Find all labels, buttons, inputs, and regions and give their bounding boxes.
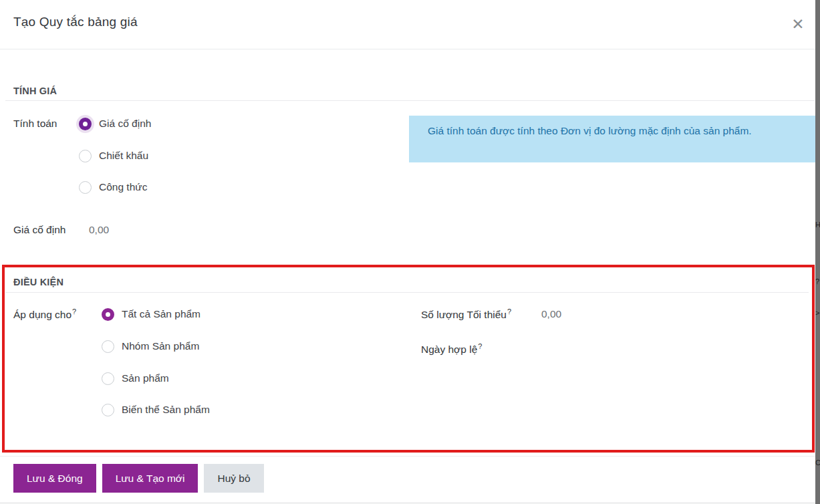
radio-option-fixed-price[interactable]: Giá cố định <box>79 116 151 131</box>
radio-option-label: Biến thể Sản phẩm <box>122 404 210 416</box>
footer-divider <box>0 456 815 457</box>
help-marker-icon: ? <box>507 307 511 316</box>
radio-option-label: Sản phẩm <box>122 372 169 384</box>
edge-text-fragment: ? <box>815 277 820 285</box>
radio-option-label: Nhóm Sản phẩm <box>122 340 199 352</box>
section-title-pricing: TÍNH GIÁ <box>13 86 57 96</box>
radio-unselected-icon[interactable] <box>102 404 114 416</box>
validity-label: Ngày hợp lệ? <box>421 342 482 356</box>
radio-option-discount[interactable]: Chiết khấu <box>79 148 148 163</box>
info-banner: Giá tính toán được tính theo Đơn vị đo l… <box>409 116 815 162</box>
fixed-price-value[interactable]: 0,00 <box>89 224 109 236</box>
radio-unselected-icon[interactable] <box>102 372 114 385</box>
compute-label: Tính toán <box>13 118 57 130</box>
radio-unselected-icon[interactable] <box>79 181 92 194</box>
radio-option-all-products[interactable]: Tất cả Sản phẩm <box>102 307 200 322</box>
save-new-button[interactable]: Lưu & Tạo mới <box>102 464 198 493</box>
edge-text-fragment: C <box>815 459 820 467</box>
background-page-strip: H ? > C <box>815 0 820 504</box>
radio-option-label: Tất cả Sản phẩm <box>122 308 200 320</box>
modal-bottom-edge <box>0 503 815 503</box>
edge-text-fragment: H <box>815 221 820 229</box>
help-marker-icon: ? <box>478 342 482 350</box>
radio-option-label: Chiết khấu <box>99 150 148 162</box>
radio-unselected-icon[interactable] <box>102 340 114 353</box>
radio-selected-icon[interactable] <box>102 308 114 321</box>
radio-selected-icon[interactable] <box>79 118 92 130</box>
radio-option-label: Giá cố định <box>99 118 151 130</box>
radio-option-formula[interactable]: Công thức <box>79 180 147 195</box>
discard-button[interactable]: Huỷ bỏ <box>204 464 263 493</box>
fixed-price-label: Giá cố định <box>13 224 65 236</box>
edge-text-fragment: > <box>815 309 820 317</box>
radio-option-product-variant[interactable]: Biến thể Sản phẩm <box>102 402 210 417</box>
validity-label-text: Ngày hợp lệ <box>421 344 477 355</box>
page-title: Tạo Quy tắc bảng giá <box>13 15 138 29</box>
header-divider <box>0 49 815 49</box>
annotation-highlight-rect <box>2 265 815 453</box>
min-qty-label-text: Số lượng Tối thiểu <box>421 309 507 320</box>
section-title-conditions: ĐIỀU KIỆN <box>13 277 63 287</box>
radio-option-label: Công thức <box>99 181 147 193</box>
apply-on-label-text: Áp dụng cho <box>13 309 72 320</box>
radio-option-product-category[interactable]: Nhóm Sản phẩm <box>102 339 199 354</box>
min-qty-label: Số lượng Tối thiểu? <box>421 307 511 321</box>
pricing-section-divider <box>5 100 815 101</box>
footer-actions: Lưu & Đóng Lưu & Tạo mới Huỷ bỏ <box>13 464 264 493</box>
close-icon[interactable]: ✕ <box>786 12 810 36</box>
min-qty-value[interactable]: 0,00 <box>541 308 561 320</box>
save-close-button[interactable]: Lưu & Đóng <box>13 464 96 493</box>
apply-on-label: Áp dụng cho? <box>13 307 76 321</box>
conditions-section-divider <box>5 292 809 293</box>
help-marker-icon: ? <box>72 307 76 316</box>
radio-option-product[interactable]: Sản phẩm <box>102 371 169 386</box>
radio-unselected-icon[interactable] <box>79 150 92 162</box>
